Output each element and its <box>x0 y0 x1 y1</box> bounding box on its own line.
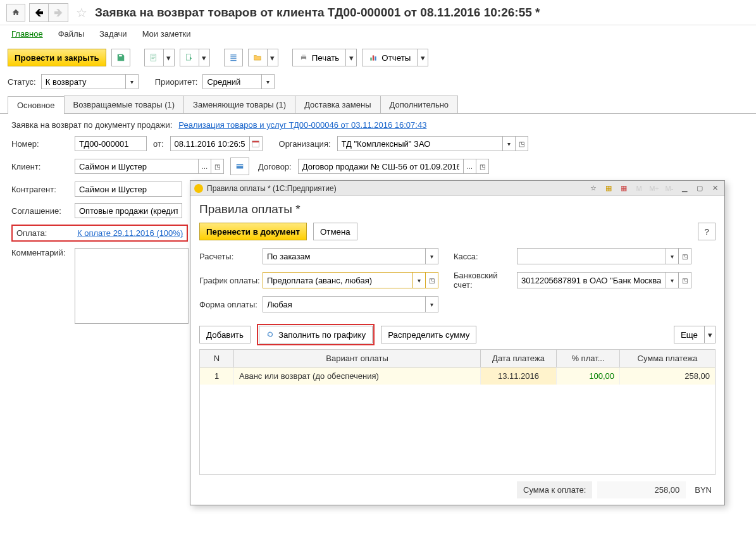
payment-label: Оплата: <box>16 228 66 238</box>
calendar-button[interactable] <box>250 136 263 151</box>
linked-docs-dropdown[interactable]: ▾ <box>267 49 278 66</box>
create-based-dropdown[interactable]: ▾ <box>199 49 210 66</box>
comment-field[interactable] <box>75 248 189 324</box>
tab-extra[interactable]: Дополнительно <box>380 96 459 113</box>
more-dropdown[interactable]: ▾ <box>704 326 716 336</box>
contract-field[interactable] <box>298 159 464 174</box>
chart-icon <box>369 53 378 62</box>
svg-rect-10 <box>237 164 244 169</box>
priority-dropdown[interactable]: ▾ <box>262 74 275 89</box>
payment-rules-dialog: Правила оплаты * (1С:Предприятие) ☆ ▦ ▦ … <box>190 180 725 336</box>
payment-link[interactable]: К оплате 29.11.2016 (100%) <box>77 228 183 238</box>
tab-replacement[interactable]: Заменяющие товары (1) <box>183 96 295 113</box>
fill-by-schedule-label: Заполнить по графику <box>278 330 366 337</box>
schedule-field[interactable] <box>263 272 413 288</box>
svg-rect-9 <box>252 141 259 142</box>
m-plus: M+ <box>648 183 660 194</box>
contract-label: Договор: <box>258 162 292 171</box>
print-button[interactable]: Печать <box>292 49 346 66</box>
calc-select[interactable] <box>263 248 426 264</box>
maximize-button[interactable]: ▢ <box>694 183 705 194</box>
forward-button[interactable]: 🡺 <box>49 4 68 22</box>
contract-dots[interactable]: … <box>464 159 476 174</box>
agreement-label: Соглашение: <box>11 206 68 216</box>
client-open[interactable]: ◳ <box>211 159 224 174</box>
status-dropdown[interactable]: ▾ <box>126 74 139 89</box>
list-icon <box>229 53 238 62</box>
post-dropdown[interactable]: ▾ <box>163 49 175 66</box>
calc-icon[interactable]: ▦ <box>603 183 614 194</box>
card-icon <box>235 162 244 171</box>
schedule-label: График оплаты: <box>199 276 263 285</box>
tab-main[interactable]: Основное <box>8 96 65 114</box>
agreement-field[interactable] <box>75 203 182 218</box>
tab-returned[interactable]: Возвращаемые товары (1) <box>64 96 184 113</box>
kassa-field[interactable] <box>517 248 666 264</box>
reports-dropdown[interactable]: ▾ <box>417 49 428 66</box>
kassa-dropdown[interactable]: ▾ <box>666 248 679 264</box>
calc-label: Расчеты: <box>199 252 263 261</box>
post-and-close-button[interactable]: Провести и закрыть <box>8 49 106 66</box>
fill-by-schedule-button[interactable]: Заполнить по графику <box>259 326 373 336</box>
bank-label: Банковский счет: <box>454 271 517 290</box>
status-select[interactable] <box>41 74 126 89</box>
app-logo-icon <box>194 184 203 193</box>
tab-delivery[interactable]: Доставка замены <box>295 96 380 113</box>
schedule-open[interactable]: ◳ <box>426 272 438 288</box>
favorites-icon[interactable]: ☆ <box>588 183 599 194</box>
date-field[interactable] <box>170 136 250 151</box>
payform-dropdown[interactable]: ▾ <box>426 296 438 312</box>
bank-field[interactable] <box>517 272 666 288</box>
save-icon <box>116 53 125 62</box>
comment-label: Комментарий: <box>11 248 68 257</box>
transfer-to-doc-button[interactable]: Перенести в документ <box>199 223 307 240</box>
menu-tasks[interactable]: Задачи <box>99 29 127 39</box>
payform-select[interactable] <box>263 296 426 312</box>
close-button[interactable]: ✕ <box>709 183 721 194</box>
bank-dropdown[interactable]: ▾ <box>666 272 679 288</box>
menu-files[interactable]: Файлы <box>58 29 84 39</box>
number-field[interactable] <box>75 136 147 151</box>
minimize-button[interactable]: ▁ <box>679 183 690 194</box>
kassa-open[interactable]: ◳ <box>679 248 691 264</box>
save-button[interactable] <box>111 49 130 66</box>
org-dropdown[interactable]: ▾ <box>503 136 516 151</box>
bank-open[interactable]: ◳ <box>679 272 691 288</box>
svg-rect-6 <box>373 56 374 61</box>
contract-open[interactable]: ◳ <box>476 159 489 174</box>
folder-icon <box>253 53 262 62</box>
linked-docs-button[interactable] <box>248 49 267 66</box>
menu-main[interactable]: Главное <box>11 29 43 39</box>
cancel-button[interactable]: Отмена <box>313 223 357 240</box>
calendar31-icon[interactable]: ▦ <box>618 183 629 194</box>
svg-rect-7 <box>375 56 376 60</box>
more-button[interactable]: Еще <box>674 326 704 336</box>
help-button[interactable]: ? <box>698 223 716 240</box>
client-card-button[interactable] <box>230 157 249 175</box>
menu-notes[interactable]: Мои заметки <box>142 29 191 39</box>
print-dropdown[interactable]: ▾ <box>345 49 357 66</box>
svg-rect-11 <box>237 165 244 166</box>
client-dots[interactable]: … <box>199 159 211 174</box>
m-minus: M- <box>664 183 675 194</box>
counter-field[interactable] <box>75 182 182 197</box>
create-based-button[interactable] <box>180 49 199 66</box>
distribute-sum-button[interactable]: Распределить сумму <box>381 326 476 336</box>
client-field[interactable] <box>75 159 199 174</box>
org-field[interactable] <box>337 136 503 151</box>
reports-button[interactable]: Отчеты <box>362 49 417 66</box>
list-button[interactable] <box>224 49 243 66</box>
back-button[interactable]: 🡸 <box>30 4 49 22</box>
kassa-label: Касса: <box>454 252 517 261</box>
org-open[interactable]: ◳ <box>516 136 528 151</box>
sales-doc-link[interactable]: Реализация товаров и услуг ТД00-000046 о… <box>178 120 426 130</box>
add-row-button[interactable]: Добавить <box>199 326 251 336</box>
home-button[interactable] <box>6 4 25 22</box>
schedule-dropdown[interactable]: ▾ <box>413 272 426 288</box>
favorite-icon[interactable]: ☆ <box>76 5 87 20</box>
post-button[interactable] <box>144 49 163 66</box>
priority-select[interactable] <box>202 74 262 89</box>
calc-dropdown[interactable]: ▾ <box>426 248 438 264</box>
status-label: Статус: <box>8 77 36 87</box>
svg-rect-3 <box>302 54 306 56</box>
